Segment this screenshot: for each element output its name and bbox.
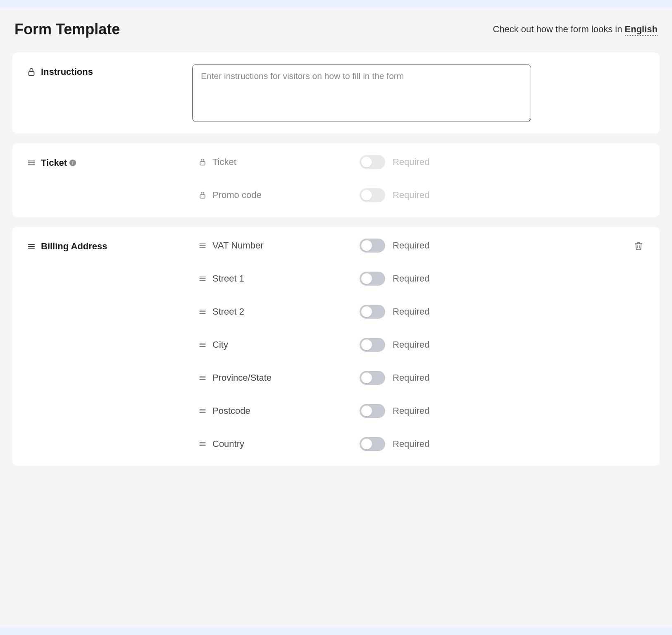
billing-card: Billing Address VAT Number Required [12,227,660,466]
required-toggle[interactable] [360,371,385,385]
page-container: Form Template Check out how the form loo… [0,8,672,627]
toggle-wrap: Required [360,371,429,385]
top-strip [0,0,672,8]
toggle-wrap: Required [360,437,429,451]
toggle-label: Required [393,372,429,383]
field-label: VAT Number [212,240,263,251]
ticket-section-title[interactable]: Ticket i [27,155,198,168]
toggle-wrap: Required [360,404,429,418]
required-toggle[interactable] [360,239,385,253]
language-selector[interactable]: English [625,24,658,36]
field-province-state[interactable]: Province/State [198,372,360,383]
drag-icon[interactable] [198,241,207,250]
field-row: Postcode Required [198,404,618,418]
ticket-fields: Ticket Required Promo code [198,155,643,205]
toggle-wrap: Required [360,188,429,202]
instructions-input[interactable] [192,64,531,122]
field-ticket: Ticket [198,157,360,167]
trash-icon[interactable] [634,241,643,251]
drag-icon[interactable] [198,275,207,283]
toggle-label: Required [393,406,429,416]
ticket-card: Ticket i Ticket Required [12,143,660,217]
drag-icon[interactable] [27,158,36,167]
page-title: Form Template [14,21,120,38]
toggle-label: Required [393,306,429,317]
bottom-strip [0,627,672,635]
required-toggle[interactable] [360,272,385,286]
field-row: Province/State Required [198,371,618,385]
lock-icon [27,67,36,76]
toggle-wrap: Required [360,338,429,352]
field-row: VAT Number Required [198,239,618,253]
svg-rect-5 [200,195,205,198]
toggle-label: Required [393,240,429,251]
required-toggle[interactable] [360,305,385,319]
billing-section-row: Billing Address VAT Number Required [27,239,643,454]
field-city[interactable]: City [198,339,360,350]
toggle-label: Required [393,439,429,449]
lock-icon [198,158,207,166]
toggle-label: Required [393,273,429,284]
toggle-label: Required [393,190,429,201]
field-postcode[interactable]: Postcode [198,406,360,416]
field-label: Street 2 [212,306,244,317]
field-label: Street 1 [212,273,244,284]
ticket-title-text: Ticket [41,158,67,168]
toggle-wrap: Required [360,239,429,253]
instructions-card: Instructions [12,53,660,134]
billing-title-text: Billing Address [41,241,107,252]
drag-icon[interactable] [198,374,207,382]
preview-text: Check out how the form looks in English [493,24,658,35]
field-vat-number[interactable]: VAT Number [198,240,360,251]
field-label: Ticket [212,157,236,167]
field-street-2[interactable]: Street 2 [198,306,360,317]
drag-icon[interactable] [198,341,207,349]
field-label: City [212,339,228,350]
required-toggle [360,155,385,169]
delete-column [618,239,643,251]
field-row: Country Required [198,437,618,451]
info-icon[interactable]: i [69,160,76,166]
field-promo-code: Promo code [198,190,360,201]
svg-rect-4 [200,162,205,165]
field-street-1[interactable]: Street 1 [198,273,360,284]
toggle-label: Required [393,157,429,167]
lock-icon [198,191,207,199]
svg-rect-0 [29,72,34,75]
field-label: Country [212,439,244,449]
instructions-row: Instructions [27,64,643,122]
toggle-wrap: Required [360,305,429,319]
toggle-wrap: Required [360,155,429,169]
required-toggle[interactable] [360,437,385,451]
toggle-label: Required [393,339,429,350]
drag-icon[interactable] [198,440,207,448]
field-row: Street 1 Required [198,272,618,286]
ticket-section-row: Ticket i Ticket Required [27,155,643,205]
field-row: Ticket Required [198,155,643,169]
instructions-label-text: Instructions [41,67,93,77]
page-header: Form Template Check out how the form loo… [12,17,660,42]
preview-prefix: Check out how the form looks in [493,24,624,34]
field-country[interactable]: Country [198,439,360,449]
billing-fields: VAT Number Required Street 1 [198,239,618,454]
drag-icon[interactable] [27,242,36,251]
field-label: Promo code [212,190,262,201]
instructions-label: Instructions [27,64,184,77]
field-label: Postcode [212,406,250,416]
drag-icon[interactable] [198,407,207,415]
field-row: City Required [198,338,618,352]
required-toggle [360,188,385,202]
required-toggle[interactable] [360,404,385,418]
billing-section-title[interactable]: Billing Address [27,239,198,252]
toggle-wrap: Required [360,272,429,286]
field-label: Province/State [212,372,272,383]
field-row: Promo code Required [198,188,643,202]
field-row: Street 2 Required [198,305,618,319]
drag-icon[interactable] [198,308,207,316]
required-toggle[interactable] [360,338,385,352]
